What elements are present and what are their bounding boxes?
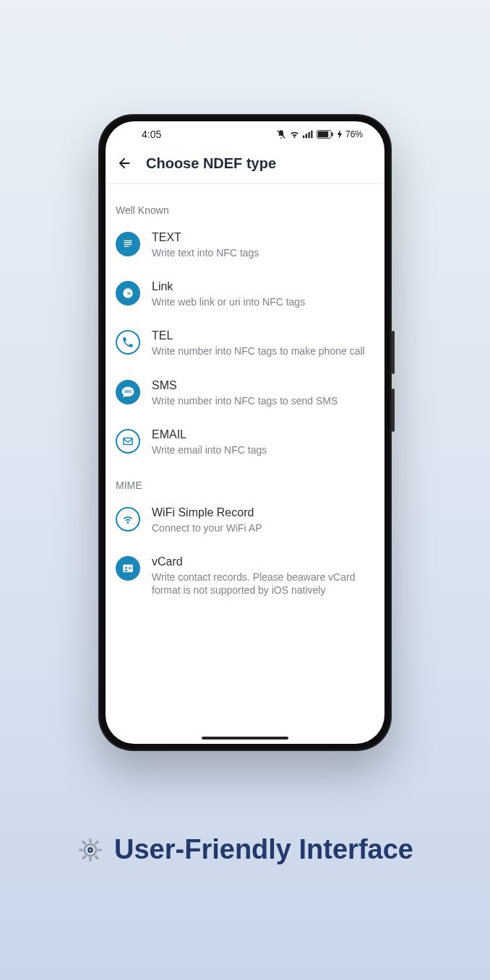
svg-rect-13 xyxy=(129,568,132,569)
item-subtitle: Write text into NFC tags xyxy=(152,246,374,259)
battery-icon xyxy=(317,130,334,139)
svg-rect-2 xyxy=(306,134,307,138)
svg-rect-18 xyxy=(98,849,102,851)
svg-rect-1 xyxy=(303,136,304,139)
item-title: TEXT xyxy=(152,230,374,245)
svg-rect-3 xyxy=(308,132,309,138)
item-title: SMS xyxy=(152,378,374,393)
section-label-mime: MIME xyxy=(106,467,384,495)
phone-icon xyxy=(116,330,140,355)
svg-point-11 xyxy=(125,567,127,569)
svg-rect-22 xyxy=(82,854,87,859)
vcard-icon xyxy=(116,556,140,581)
page-title: Choose NDEF type xyxy=(146,155,276,172)
svg-rect-16 xyxy=(89,857,91,861)
marketing-caption: User-Friendly Interface xyxy=(0,834,490,865)
item-subtitle: Write email into NFC tags xyxy=(152,443,374,456)
text-icon xyxy=(116,232,140,256)
section-label-well-known: Well Known xyxy=(106,191,384,220)
svg-rect-17 xyxy=(79,849,83,851)
mute-icon xyxy=(276,129,286,139)
item-subtitle: Connect to your WiFi AP xyxy=(152,521,374,534)
wifi-icon xyxy=(116,507,140,532)
svg-rect-12 xyxy=(129,567,132,568)
svg-rect-4 xyxy=(311,131,312,139)
item-title: WiFi Simple Record xyxy=(152,506,374,520)
item-subtitle: Write number into NFC tags to send SMS xyxy=(152,394,374,407)
svg-rect-15 xyxy=(89,838,91,843)
gear-icon xyxy=(77,836,104,864)
item-title: TEL xyxy=(152,329,374,343)
signal-icon xyxy=(303,130,314,139)
caption-text: User-Friendly Interface xyxy=(114,834,413,865)
item-subtitle: Write number into NFC tags to make phone… xyxy=(152,344,374,357)
item-subtitle: Write web link or uri into NFC tags xyxy=(152,295,374,308)
item-title: EMAIL xyxy=(152,428,374,442)
svg-rect-20 xyxy=(94,854,99,859)
svg-rect-21 xyxy=(94,840,99,845)
arrow-back-icon xyxy=(116,155,132,171)
ndef-type-tel[interactable]: TEL Write number into NFC tags to make p… xyxy=(106,318,384,368)
ndef-type-email[interactable]: EMAIL Write email into NFC tags xyxy=(106,417,384,467)
ndef-type-wifi[interactable]: WiFi Simple Record Connect to your WiFi … xyxy=(106,495,384,545)
svg-rect-19 xyxy=(82,840,87,845)
battery-percent: 76% xyxy=(345,129,363,139)
email-icon xyxy=(116,429,140,454)
content-scroll[interactable]: Well Known TEXT Write text into NFC tags… xyxy=(106,184,384,744)
svg-text:@: @ xyxy=(124,290,131,297)
ndef-type-sms[interactable]: SMS SMS Write number into NFC tags to se… xyxy=(106,368,384,417)
ndef-type-vcard[interactable]: vCard Write contact records. Please beaw… xyxy=(106,545,384,607)
app-header: Choose NDEF type xyxy=(106,147,384,184)
status-indicators: 76% xyxy=(276,129,363,139)
item-subtitle: Write contact records. Please beaware vC… xyxy=(152,571,374,597)
svg-text:SMS: SMS xyxy=(124,389,132,393)
charging-icon xyxy=(337,130,343,139)
phone-side-button xyxy=(392,331,395,374)
back-button[interactable] xyxy=(114,153,134,173)
svg-point-25 xyxy=(89,849,91,851)
item-title: vCard xyxy=(152,555,374,569)
phone-screen: 4:05 76% xyxy=(106,121,384,744)
ndef-type-link[interactable]: @ Link Write web link or uri into NFC ta… xyxy=(106,269,384,318)
link-icon: @ xyxy=(116,281,140,305)
home-indicator[interactable] xyxy=(202,737,288,740)
status-bar: 4:05 76% xyxy=(106,121,384,147)
svg-rect-7 xyxy=(332,132,333,136)
sms-icon: SMS xyxy=(116,380,140,404)
phone-side-button xyxy=(392,389,395,432)
ndef-type-text[interactable]: TEXT Write text into NFC tags xyxy=(106,220,384,269)
status-time: 4:05 xyxy=(142,129,161,140)
wifi-icon xyxy=(289,130,300,139)
phone-frame: 4:05 76% xyxy=(98,114,392,751)
item-title: Link xyxy=(152,279,374,294)
svg-rect-6 xyxy=(318,131,329,138)
